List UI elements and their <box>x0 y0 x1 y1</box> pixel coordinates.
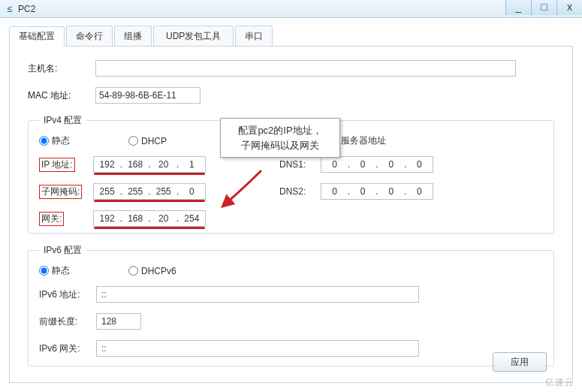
ipv6-dhcp-label: DHCPv6 <box>141 266 176 276</box>
ip-seg[interactable]: 255 <box>97 186 118 197</box>
ipv4-dhcp-radio-input[interactable] <box>128 136 138 146</box>
ip-seg[interactable]: 0 <box>181 186 202 197</box>
ipv6-legend: IPv6 配置 <box>39 244 86 257</box>
maximize-button[interactable]: □ <box>531 0 556 15</box>
ip-seg[interactable]: 192 <box>97 213 118 224</box>
ipv6-static-radio[interactable]: 静态 <box>39 264 70 277</box>
ip-seg[interactable]: 0 <box>381 159 402 170</box>
annotation-callout: 配置pc2的IP地址， 子网掩码以及网关 <box>220 118 340 158</box>
ip-seg[interactable]: 20 <box>153 159 174 170</box>
row-ipv6-gateway: IPv6 网关: :: <box>39 340 543 357</box>
mac-input[interactable]: 54-89-98-6B-6E-11 <box>95 87 201 104</box>
ipv4-grid: IP 地址: 192. 168. 20. 1 子网掩码: 255. 255. <box>39 156 543 227</box>
tab-basic-config[interactable]: 基础配置 <box>9 26 65 47</box>
ipv4-legend: IPv4 配置 <box>39 114 86 127</box>
close-button[interactable]: x <box>556 0 582 15</box>
ip-seg[interactable]: 254 <box>181 213 202 224</box>
row-ipv6-prefix: 前缀长度: 128 <box>39 313 543 330</box>
ipv6-static-radio-input[interactable] <box>39 266 49 276</box>
ip-seg[interactable]: 0 <box>409 159 430 170</box>
panel-basic-config: 配置pc2的IP地址， 子网掩码以及网关 主机名: MAC 地址: 54-89-… <box>9 47 573 383</box>
dns1-input[interactable]: 0. 0. 0. 0 <box>321 156 433 173</box>
ip-seg[interactable]: 0 <box>352 186 373 197</box>
ipv6-address-label: IPv6 地址: <box>39 288 96 301</box>
app-icon: ≤ <box>5 4 15 14</box>
row-dns1: DNS1: 0. 0. 0. 0 <box>279 156 433 173</box>
ip-seg[interactable]: 168 <box>125 159 146 170</box>
ipv4-static-radio-input[interactable] <box>39 136 49 146</box>
apply-button[interactable]: 应用 <box>493 352 547 372</box>
ipv6-prefix-label: 前缀长度: <box>39 315 96 328</box>
gateway-input[interactable]: 192. 168. 20. 254 <box>93 210 206 227</box>
ipv4-static-label: 静态 <box>52 134 70 147</box>
window-buttons: _ □ x <box>505 0 582 15</box>
tab-udp-tool[interactable]: UDP发包工具 <box>153 26 234 46</box>
ip-seg[interactable]: 168 <box>125 213 146 224</box>
row-mac: MAC 地址: 54-89-98-6B-6E-11 <box>28 87 554 104</box>
ip-address-label: IP 地址: <box>39 158 93 172</box>
ip-seg[interactable]: 0 <box>352 159 373 170</box>
hostname-input[interactable] <box>95 60 516 77</box>
tab-multicast[interactable]: 组播 <box>114 26 152 46</box>
ipv6-dhcp-radio[interactable]: DHCPv6 <box>128 266 176 276</box>
ipv4-dhcp-label: DHCP <box>141 136 167 146</box>
tab-serial[interactable]: 串口 <box>235 26 273 46</box>
ipv6-prefix-input[interactable]: 128 <box>96 313 141 330</box>
row-ipv6-address: IPv6 地址: :: <box>39 286 543 303</box>
subnet-mask-input[interactable]: 255. 255. 255. 0 <box>93 183 206 200</box>
ip-seg[interactable]: 20 <box>153 213 174 224</box>
ipv6-gateway-label: IPv6 网关: <box>39 342 96 355</box>
tab-cli[interactable]: 命令行 <box>66 26 113 46</box>
tab-bar: 基础配置 命令行 组播 UDP发包工具 串口 <box>9 26 573 47</box>
ip-seg[interactable]: 0 <box>324 186 345 197</box>
dns1-label: DNS1: <box>279 159 321 170</box>
ip-seg[interactable]: 0 <box>409 186 430 197</box>
callout-line2: 子网掩码以及网关 <box>227 138 333 153</box>
ipv6-group: IPv6 配置 静态 DHCPv6 IPv6 地址: :: 前缀长度: 128 <box>28 244 554 366</box>
ipv6-static-label: 静态 <box>52 264 70 277</box>
annotation-arrow-icon <box>224 170 269 210</box>
ipv4-dhcp-radio[interactable]: DHCP <box>128 136 167 146</box>
ip-seg[interactable]: 255 <box>125 186 146 197</box>
ipv4-right-col: DNS1: 0. 0. 0. 0 DNS2: 0. 0. <box>279 156 433 227</box>
hostname-label: 主机名: <box>28 62 95 75</box>
ipv6-address-input[interactable]: :: <box>96 286 419 303</box>
window-title: PC2 <box>18 4 35 14</box>
ip-seg[interactable]: 192 <box>97 159 118 170</box>
ipv6-dhcp-radio-input[interactable] <box>128 266 138 276</box>
mac-label: MAC 地址: <box>28 89 95 102</box>
ipv6-gateway-input[interactable]: :: <box>96 340 419 357</box>
dns2-input[interactable]: 0. 0. 0. 0 <box>321 183 433 200</box>
subnet-mask-label: 子网掩码: <box>39 185 93 199</box>
gateway-label: 网关: <box>39 212 93 226</box>
ip-seg[interactable]: 0 <box>381 186 402 197</box>
ipv4-static-radio[interactable]: 静态 <box>39 134 70 147</box>
ip-address-input[interactable]: 192. 168. 20. 1 <box>93 156 206 173</box>
row-dns2: DNS2: 0. 0. 0. 0 <box>279 183 433 200</box>
minimize-button[interactable]: _ <box>505 0 531 15</box>
ip-seg[interactable]: 1 <box>181 159 202 170</box>
ipv6-mode-row: 静态 DHCPv6 <box>39 264 543 277</box>
ip-seg[interactable]: 255 <box>153 186 174 197</box>
titlebar: ≤ PC2 _ □ x <box>0 0 582 18</box>
row-hostname: 主机名: <box>28 60 554 77</box>
watermark: 亿速云 <box>545 376 574 389</box>
row-gateway: 网关: 192. 168. 20. 254 <box>39 210 272 227</box>
ip-seg[interactable]: 0 <box>324 159 345 170</box>
dns2-label: DNS2: <box>279 186 321 197</box>
callout-line1: 配置pc2的IP地址， <box>227 123 333 138</box>
content-area: 基础配置 命令行 组播 UDP发包工具 串口 配置pc2的IP地址， 子网掩码以… <box>0 18 582 390</box>
